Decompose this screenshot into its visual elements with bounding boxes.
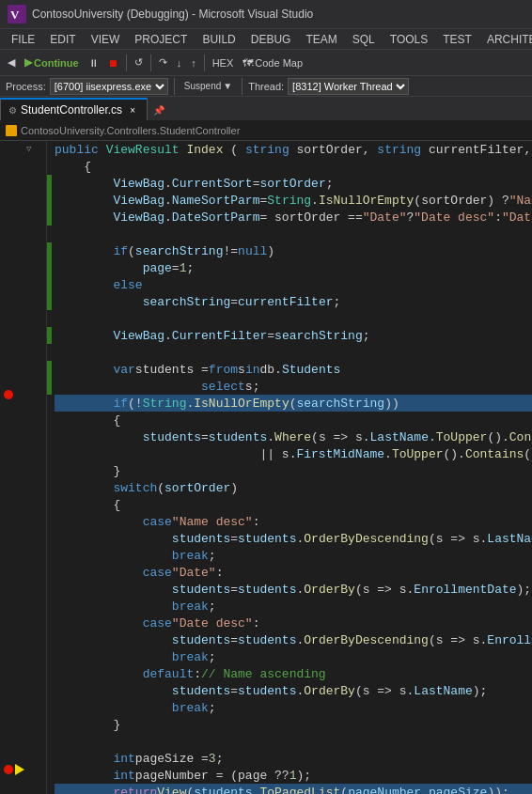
cs-file-icon: ⚙ (8, 105, 17, 116)
code-area: ▽ (0, 141, 532, 794)
suspend-button[interactable]: Suspend ▼ (180, 76, 236, 97)
code-line-32: default : // Name ascending (55, 665, 532, 682)
vs-icon: V (8, 5, 26, 23)
green-indicator-14 (47, 361, 52, 378)
toolbar: ◀ ▶ Continue ⏸ ⏹ ↺ ↷ ↓ ↑ HEX 🗺 Code Map (0, 49, 532, 75)
gutter-row-31 (0, 631, 46, 646)
ps-sep2 (242, 78, 243, 95)
process-select[interactable]: [6700] iisexpress.exe (50, 78, 168, 95)
gutter-row-20 (0, 451, 46, 467)
menu-view[interactable]: VIEW (84, 29, 128, 49)
ps-sep1 (174, 78, 175, 95)
gutter-row-7 (0, 239, 46, 255)
menu-archi[interactable]: ARCHITE... (479, 29, 532, 49)
toolbar-back[interactable]: ◀ (4, 53, 19, 73)
toolbar-pause[interactable]: ⏸ (85, 53, 102, 73)
code-line-3: ViewBag . CurrentSort = sortOrder ; (55, 175, 532, 192)
code-line-2: { (55, 158, 532, 175)
gutter-row-27 (0, 566, 46, 582)
step-into-button[interactable]: ↓ (173, 53, 186, 73)
code-line-34: break ; (55, 699, 532, 716)
code-line-26: case "Date" : (55, 564, 532, 581)
codemap-icon: 🗺 (243, 57, 253, 69)
play-icon: ▶ (24, 56, 32, 69)
menu-test[interactable]: TEST (435, 29, 479, 49)
gutter-row-33 (0, 663, 46, 679)
step-out-button[interactable]: ↑ (187, 53, 200, 73)
toolbar-stop[interactable]: ⏹ (104, 53, 122, 73)
menu-team[interactable]: TEAM (298, 29, 344, 49)
thread-select[interactable]: [8312] Worker Thread (288, 78, 409, 95)
gutter-row-10 (0, 288, 46, 304)
toolbar-restart[interactable]: ↺ (131, 53, 147, 73)
gutter-row-22 (0, 484, 46, 500)
step-over-button[interactable]: ↷ (155, 53, 171, 73)
tab-pin-button[interactable]: 📌 (149, 100, 168, 120)
menu-edit[interactable]: EDIT (42, 29, 83, 49)
gutter-row-23 (0, 500, 46, 516)
code-line-10: searchString = currentFilter ; (55, 293, 532, 310)
menu-file[interactable]: FILE (4, 29, 42, 49)
gutter-row-11 (0, 304, 46, 320)
gutter-row-35 (0, 696, 46, 712)
continue-button[interactable]: ▶ Continue (21, 53, 83, 73)
menu-tools[interactable]: TOOLS (383, 29, 435, 49)
gutter-row-25 (0, 533, 46, 549)
vs-logo: V (8, 5, 26, 23)
tab-bar: ⚙ StudentController.cs × 📌 (0, 96, 532, 120)
green-indicator-8 (47, 259, 52, 276)
code-line-25: break ; (55, 547, 532, 564)
code-line-21: switch ( sortOrder ) (55, 479, 532, 496)
menu-sql[interactable]: SQL (345, 29, 383, 49)
gutter-row-15 (0, 369, 46, 385)
tab-studentcontroller[interactable]: ⚙ StudentController.cs × (0, 98, 148, 120)
menu-debug[interactable]: DEBUG (243, 29, 299, 49)
green-indicator-7 (47, 242, 52, 259)
gutter-row-4 (0, 190, 46, 206)
expand-icon-1[interactable]: ▽ (26, 144, 31, 154)
green-indicator-4 (47, 192, 52, 209)
menu-build[interactable]: BUILD (195, 29, 243, 49)
gutter-row-8 (0, 256, 46, 272)
green-indicator-5 (47, 209, 52, 226)
menu-project[interactable]: PROJECT (127, 29, 195, 49)
code-line-37: int pageSize = 3 ; (55, 750, 532, 767)
code-line-29: case "Date desc" : (55, 615, 532, 631)
code-line-4: ViewBag . NameSortParm = String . IsNull… (55, 192, 532, 209)
code-line-36 (55, 733, 532, 750)
code-line-30: students = students . OrderByDescending … (55, 631, 532, 648)
gutter-row-36 (0, 712, 46, 728)
gutter-row-13 (0, 337, 46, 353)
green-indicator-15 (47, 378, 52, 395)
gutter-row-21 (0, 468, 46, 484)
gutter-row-16 (0, 386, 46, 402)
gutter-row-32 (0, 647, 46, 663)
gutter-row-29 (0, 599, 46, 615)
green-indicator-3 (47, 175, 52, 192)
breadcrumb: ContosoUniversity.Controllers.StudentCon… (0, 120, 532, 141)
gutter-row-24 (0, 517, 46, 533)
code-line-39: return View ( students . ToPagedList ( p… (55, 784, 532, 794)
code-line-6 (55, 226, 532, 242)
gutter-row-2 (0, 157, 46, 173)
code-line-8: page = 1 ; (55, 259, 532, 276)
breakpoint-marker-39 (4, 765, 13, 774)
gutter-row-1: ▽ (0, 141, 46, 157)
chevron-down-icon: ▼ (223, 81, 232, 91)
gutter-row-6 (0, 223, 46, 239)
gutter-row-26 (0, 549, 46, 565)
codemap-button[interactable]: 🗺 Code Map (239, 53, 306, 73)
code-line-22: { (55, 496, 532, 513)
code-content[interactable]: public ViewResult Index ( string sortOrd… (47, 141, 532, 794)
toolbar-hex[interactable]: HEX (209, 53, 238, 73)
tab-close-button[interactable]: × (126, 103, 139, 117)
gutter-row-40 (0, 778, 46, 794)
window-title: ContosoUniversity (Debugging) - Microsof… (32, 8, 313, 21)
current-line-arrow (15, 764, 24, 775)
code-line-16: if (! String . IsNullOrEmpty ( searchStr… (55, 395, 532, 412)
gutter-row-30 (0, 615, 46, 631)
code-line-20: } (55, 462, 532, 479)
code-line-18: students = students . Where (s => s. Las… (55, 428, 532, 445)
gutter-row-14 (0, 353, 46, 369)
gutter-row-3 (0, 174, 46, 190)
